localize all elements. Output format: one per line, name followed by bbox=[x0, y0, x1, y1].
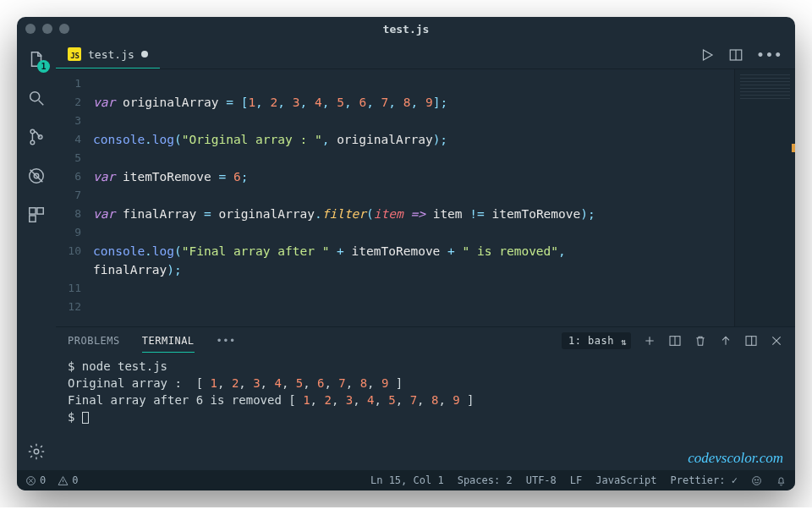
svg-point-2 bbox=[30, 140, 35, 145]
code-area[interactable]: var originalArray = [1, 2, 3, 4, 5, 6, 7… bbox=[93, 74, 734, 326]
panel: PROBLEMS TERMINAL ••• 1: bash $ node tes bbox=[56, 326, 795, 470]
line-gutter: 123456789101112 bbox=[56, 74, 93, 326]
status-bell-icon[interactable] bbox=[776, 475, 787, 486]
status-feedback-icon[interactable] bbox=[751, 475, 762, 486]
status-prettier[interactable]: Prettier: ✓ bbox=[671, 474, 738, 486]
svg-point-1 bbox=[30, 129, 35, 134]
explorer-badge: 1 bbox=[37, 60, 50, 73]
status-language[interactable]: JavaScript bbox=[595, 474, 656, 486]
svg-rect-7 bbox=[37, 208, 43, 214]
search-icon[interactable] bbox=[26, 88, 47, 108]
extensions-icon[interactable] bbox=[26, 205, 47, 225]
run-icon[interactable] bbox=[700, 47, 715, 63]
minimap[interactable] bbox=[734, 69, 795, 326]
status-encoding[interactable]: UTF-8 bbox=[526, 474, 557, 486]
svg-point-16 bbox=[758, 479, 759, 479]
activity-bar: 1 bbox=[17, 41, 56, 470]
svg-point-9 bbox=[34, 449, 39, 454]
status-spaces[interactable]: Spaces: 2 bbox=[458, 474, 513, 486]
status-cursor-position[interactable]: Ln 15, Col 1 bbox=[370, 474, 444, 486]
explorer-icon[interactable]: 1 bbox=[26, 49, 47, 69]
minimap-marker bbox=[792, 144, 795, 152]
settings-gear-icon[interactable] bbox=[26, 441, 47, 462]
status-errors[interactable]: 0 bbox=[25, 474, 46, 486]
tab-bar: JS test.js ••• bbox=[56, 41, 795, 69]
panel-tab-terminal[interactable]: TERMINAL bbox=[142, 330, 195, 353]
more-actions-icon[interactable]: ••• bbox=[757, 48, 783, 62]
tab-label: test.js bbox=[88, 48, 134, 61]
status-bar: 0 0 Ln 15, Col 1 Spaces: 2 UTF-8 LF Java… bbox=[17, 470, 795, 490]
panel-tab-more-icon[interactable]: ••• bbox=[217, 330, 236, 352]
editor-window: test.js 1 bbox=[17, 17, 795, 490]
window-title: test.js bbox=[17, 23, 795, 36]
split-terminal-icon[interactable] bbox=[668, 334, 682, 348]
kill-terminal-icon[interactable] bbox=[694, 334, 707, 348]
toggle-panel-icon[interactable] bbox=[744, 334, 758, 348]
svg-rect-12 bbox=[746, 337, 756, 346]
new-terminal-icon[interactable] bbox=[643, 334, 656, 348]
status-eol[interactable]: LF bbox=[570, 474, 582, 486]
split-editor-icon[interactable] bbox=[728, 47, 743, 63]
terminal-cursor bbox=[82, 412, 89, 424]
tab-testjs[interactable]: JS test.js bbox=[56, 41, 160, 68]
maximize-panel-icon[interactable] bbox=[719, 334, 732, 348]
titlebar: test.js bbox=[17, 17, 795, 41]
svg-rect-6 bbox=[30, 208, 36, 214]
unsaved-dot-icon bbox=[141, 51, 148, 58]
panel-tab-problems[interactable]: PROBLEMS bbox=[68, 330, 120, 352]
debug-icon[interactable] bbox=[26, 166, 47, 186]
status-warnings[interactable]: 0 bbox=[58, 474, 78, 486]
svg-point-15 bbox=[754, 479, 755, 479]
svg-rect-8 bbox=[30, 216, 36, 222]
terminal-select[interactable]: 1: bash bbox=[562, 335, 631, 347]
svg-point-0 bbox=[30, 92, 40, 101]
source-control-icon[interactable] bbox=[26, 127, 47, 147]
js-file-icon: JS bbox=[68, 47, 81, 61]
code-editor[interactable]: 123456789101112 var originalArray = [1, … bbox=[56, 69, 734, 326]
watermark: codevscolor.com bbox=[688, 450, 783, 467]
close-panel-icon[interactable] bbox=[770, 334, 783, 348]
terminal[interactable]: $ node test.js Original array : [ 1, 2, … bbox=[56, 354, 795, 470]
svg-point-14 bbox=[753, 476, 761, 485]
